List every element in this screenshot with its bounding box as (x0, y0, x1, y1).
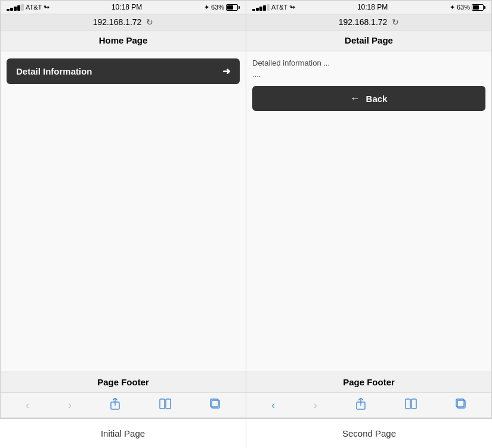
right-tabs-button[interactable] (452, 397, 470, 413)
right-page-footer: Page Footer (246, 372, 491, 393)
signal-dot-5 (21, 4, 24, 11)
left-back-button[interactable]: ‹ (22, 398, 33, 413)
signal-dot-4 (17, 5, 20, 11)
left-battery-body (226, 4, 238, 11)
second-page-label: Second Page (246, 419, 492, 448)
right-footer-label: Page Footer (343, 377, 395, 387)
right-back-button[interactable]: ‹ (268, 398, 279, 413)
right-status-right: ✦ 63% (450, 4, 485, 11)
right-forward-button[interactable]: › (310, 398, 321, 413)
left-page-title: Home Page (99, 35, 148, 45)
left-battery-fill (227, 5, 233, 10)
right-reload-icon[interactable]: ↻ (392, 17, 399, 27)
bottom-label-row: Initial Page Second Page (0, 418, 492, 448)
right-status-left: AT&T ↬ (252, 3, 295, 11)
left-status-right: ✦ 63% (204, 4, 240, 11)
right-carrier-label: AT&T (271, 4, 287, 11)
back-arrow-icon: ← (351, 93, 360, 104)
signal-dot-r3 (259, 7, 262, 11)
left-battery-percent: 63% (211, 4, 224, 11)
right-battery-tip (484, 6, 485, 9)
left-battery-tip (239, 6, 240, 9)
right-content-area: Detailed information ... .... ← Back (246, 51, 491, 372)
left-battery-icon (226, 4, 240, 11)
signal-dot-3 (14, 7, 17, 11)
svg-rect-2 (166, 399, 171, 409)
detail-arrow-icon: ➜ (222, 66, 230, 77)
left-url-text: 192.168.1.72 (93, 17, 142, 27)
right-status-bar: AT&T ↬ 10:18 PM ✦ 63% (246, 1, 491, 14)
left-time-label: 10:18 PM (112, 3, 142, 11)
left-forward-button[interactable]: › (64, 398, 75, 413)
svg-rect-7 (411, 399, 416, 409)
left-share-button[interactable] (106, 397, 124, 414)
signal-dot-r1 (252, 9, 255, 11)
detail-dots-text: .... (252, 70, 485, 79)
back-button[interactable]: ← Back (252, 86, 485, 111)
left-signal-dots (7, 4, 24, 11)
right-battery-icon (472, 4, 485, 11)
right-bluetooth-icon: ✦ (450, 4, 455, 11)
left-bookmarks-button[interactable] (156, 397, 175, 413)
back-button-label: Back (366, 94, 388, 104)
left-status-left: AT&T ↬ (7, 3, 49, 11)
signal-dot-r5 (267, 4, 270, 11)
right-browser-toolbar: ‹ › (246, 393, 491, 418)
signal-dot-1 (7, 9, 10, 11)
right-address-bar[interactable]: 192.168.1.72 ↻ (246, 14, 491, 30)
signal-dot-r4 (263, 5, 266, 11)
right-wifi-icon: ↬ (289, 3, 295, 11)
detail-info-text: Detailed information ... (252, 58, 485, 67)
detail-button-label: Detail Information (16, 66, 92, 76)
left-page-title-bar: Home Page (1, 30, 246, 51)
svg-rect-1 (160, 399, 165, 409)
left-reload-icon[interactable]: ↻ (146, 17, 153, 27)
left-status-bar: AT&T ↬ 10:18 PM ✦ 63% (1, 1, 246, 14)
right-phone-panel: AT&T ↬ 10:18 PM ✦ 63% 192.168.1.72 ↻ (246, 1, 491, 418)
right-time-label: 10:18 PM (357, 3, 388, 11)
left-footer-label: Page Footer (97, 377, 149, 387)
right-bookmarks-button[interactable] (401, 397, 420, 413)
signal-dot-2 (10, 8, 13, 11)
left-browser-toolbar: ‹ › (1, 393, 246, 418)
left-wifi-icon: ↬ (44, 3, 49, 11)
left-phone-panel: AT&T ↬ 10:18 PM ✦ 63% 192.168.1.72 ↻ (1, 1, 246, 418)
svg-rect-6 (406, 399, 410, 409)
right-page-title: Detail Page (345, 35, 393, 45)
left-content-area: Detail Information ➜ (1, 51, 246, 372)
right-battery-body (472, 4, 484, 11)
right-signal-dots (252, 4, 270, 11)
left-carrier-label: AT&T (26, 4, 42, 11)
left-tabs-button[interactable] (206, 397, 224, 413)
right-battery-percent: 63% (457, 4, 470, 11)
left-bluetooth-icon: ✦ (204, 4, 209, 11)
detail-information-button[interactable]: Detail Information ➜ (7, 58, 240, 84)
left-address-bar[interactable]: 192.168.1.72 ↻ (1, 14, 246, 30)
right-battery-fill (473, 5, 479, 10)
initial-page-label: Initial Page (0, 419, 246, 448)
left-page-footer: Page Footer (1, 372, 246, 393)
right-share-button[interactable] (352, 397, 370, 414)
signal-dot-r2 (256, 8, 259, 11)
right-page-title-bar: Detail Page (246, 30, 491, 51)
right-url-text: 192.168.1.72 (339, 17, 388, 27)
